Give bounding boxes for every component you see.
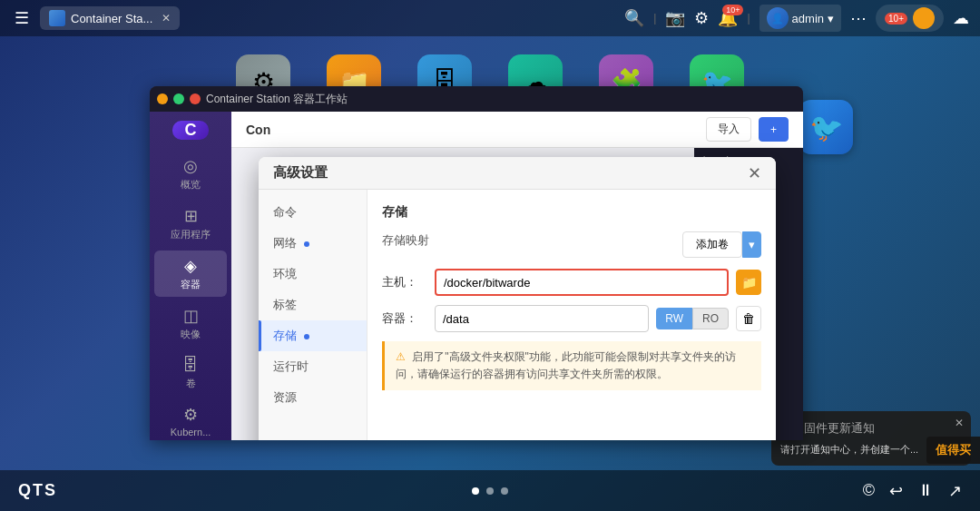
advanced-dialog-body: 命令 网络 环境 标签 — [259, 190, 776, 440]
bottom-dots — [472, 487, 508, 495]
create-button[interactable]: + — [759, 117, 789, 142]
storage-section-title: 存储 — [382, 204, 761, 221]
adv-nav-environment[interactable]: 环境 — [259, 259, 367, 290]
bottom-icon-copyright[interactable]: © — [863, 481, 875, 501]
taskbar-left: ☰ Container Sta... ✕ — [11, 5, 180, 32]
tab-close-btn[interactable]: ✕ — [162, 12, 171, 25]
notification-title: 发送固件更新通知 — [780, 420, 962, 437]
camera-icon[interactable]: 📷 — [665, 8, 685, 28]
dot-2[interactable] — [486, 487, 494, 495]
sidebar-item-volumes[interactable]: 🗄 卷 — [154, 350, 227, 396]
sidebar-label-overview: 概览 — [181, 178, 201, 192]
sidebar-item-containers[interactable]: ◈ 容器 — [154, 251, 227, 297]
sidebar-item-overview[interactable]: ◎ 概览 — [154, 151, 227, 197]
search-icon[interactable]: 🔍 — [624, 8, 644, 28]
container-station-tab[interactable]: Container Sta... ✕ — [40, 6, 180, 30]
rw-ro-group: RW RO — [656, 308, 729, 329]
cs-logo-text: C — [185, 121, 197, 140]
desktop: ☰ Container Sta... ✕ 🔍 | 📷 ⚙ 🔔 10+ | 👤 a… — [0, 0, 980, 511]
avatar: 👤 — [767, 7, 789, 29]
window-minimize-btn[interactable] — [157, 93, 168, 104]
user-menu[interactable]: 👤 admin ▾ — [760, 5, 841, 32]
sidebar-label-containers: 容器 — [181, 278, 201, 291]
swift-decorative-icon: 🐦 — [799, 100, 853, 154]
container-path-row: 容器： RW RO 🗑 — [382, 305, 761, 332]
advanced-nav: 命令 网络 环境 标签 — [259, 190, 368, 440]
warning-text: 启用了"高级文件夹权限"功能，此功能可能会限制对共享文件夹的访问，请确保运行的容… — [396, 350, 736, 380]
window-close-btn[interactable] — [190, 93, 201, 104]
add-volume-label: 添加卷 — [696, 237, 729, 252]
cs-sidebar: C ◎ 概览 ⊞ 应用程序 ◈ 容器 ◫ 映像 — [150, 112, 231, 440]
advanced-dialog-header: 高级设置 ✕ — [259, 157, 776, 190]
images-icon: ◫ — [183, 306, 199, 326]
warning-icon: ⚠ — [396, 350, 406, 363]
adv-nav-runtime-label: 运行时 — [273, 359, 309, 373]
adv-nav-network[interactable]: 网络 — [259, 228, 367, 259]
more-icon[interactable]: ⋯ — [850, 8, 867, 28]
username-label: admin — [792, 12, 824, 25]
sidebar-label-kubernetes: Kubern... — [171, 427, 211, 437]
brand-text: 值得买 — [936, 443, 971, 457]
hamburger-menu[interactable]: ☰ — [11, 5, 33, 32]
adv-nav-command-label: 命令 — [273, 205, 297, 219]
chevron-down-icon: ▾ — [828, 12, 834, 25]
sidebar-label-volumes: 卷 — [186, 377, 196, 390]
notification-bell-icon[interactable]: 🔔 10+ — [718, 8, 738, 28]
sidebar-item-images[interactable]: ◫ 映像 — [154, 300, 227, 347]
advanced-dialog-close-btn[interactable]: ✕ — [748, 163, 761, 183]
timer-badge: 10+ — [885, 13, 907, 25]
notification-close-btn[interactable]: ✕ — [955, 417, 964, 429]
advanced-dialog-title: 高级设置 — [273, 164, 748, 182]
adv-nav-labels-label: 标签 — [273, 298, 297, 311]
bottom-icon-share[interactable]: ↗ — [948, 481, 962, 501]
sidebar-label-apps: 应用程序 — [171, 228, 211, 241]
cs-logo: C — [172, 121, 209, 140]
bell-badge: 10+ — [722, 5, 743, 15]
adv-nav-env-label: 环境 — [273, 267, 297, 280]
cs-main-content: Con 导入 + ing do d from e Logg 高级设置 — [231, 112, 803, 440]
dot-1[interactable] — [472, 487, 479, 495]
volumes-icon: 🗄 — [182, 356, 199, 375]
window-maximize-btn[interactable] — [173, 93, 184, 104]
bottom-icon-back[interactable]: ↩ — [889, 481, 903, 501]
network-dot-indicator — [304, 241, 309, 247]
bottom-icon-pause[interactable]: ⏸ — [917, 481, 934, 501]
container-path-input[interactable] — [435, 305, 649, 332]
advanced-settings-dialog: 高级设置 ✕ 命令 网络 — [259, 157, 776, 440]
sidebar-item-kubernetes[interactable]: ⚙ Kubern... — [154, 399, 227, 440]
rw-button[interactable]: RW — [656, 308, 692, 329]
time-widget[interactable]: 10+ — [876, 5, 944, 32]
adv-nav-resources[interactable]: 资源 — [259, 382, 367, 413]
adv-nav-runtime[interactable]: 运行时 — [259, 351, 367, 382]
sidebar-item-apps[interactable]: ⊞ 应用程序 — [154, 201, 227, 247]
cs-body: C ◎ 概览 ⊞ 应用程序 ◈ 容器 ◫ 映像 — [150, 112, 803, 440]
add-volume-btn[interactable]: 添加卷 — [682, 231, 742, 258]
adv-nav-network-label: 网络 — [273, 236, 297, 250]
adv-nav-labels[interactable]: 标签 — [259, 290, 367, 320]
tab-label: Container Sta... — [71, 12, 152, 25]
ro-button[interactable]: RO — [692, 308, 729, 329]
import-button[interactable]: 导入 — [706, 117, 751, 142]
delete-mapping-btn[interactable]: 🗑 — [736, 306, 761, 331]
storage-mapping-label: 存储映射 — [382, 232, 429, 249]
folder-browse-btn[interactable]: 📁 — [736, 270, 761, 295]
dot-3[interactable] — [501, 487, 508, 495]
host-path-input[interactable] — [435, 269, 729, 296]
host-label: 主机： — [382, 274, 427, 290]
settings-icon[interactable]: ⚙ — [694, 8, 709, 28]
adv-nav-command[interactable]: 命令 — [259, 197, 367, 228]
cloud-icon[interactable]: ☁ — [953, 8, 969, 28]
cs-header-actions: 导入 + — [706, 117, 789, 142]
page-title: Con — [246, 123, 270, 137]
taskbar-bottom: QTS © ↩ ⏸ ↗ — [0, 470, 980, 511]
containers-icon: ◈ — [184, 256, 197, 276]
adv-nav-storage[interactable]: 存储 — [259, 320, 367, 351]
cs-titlebar: Container Station 容器工作站 — [150, 86, 803, 112]
add-volume-dropdown-btn[interactable]: ▾ — [742, 231, 761, 258]
add-volume-group: 添加卷 ▾ — [682, 231, 761, 258]
overview-icon: ◎ — [183, 156, 198, 176]
cs-header: Con 导入 + — [231, 112, 803, 148]
apps-icon: ⊞ — [184, 206, 198, 226]
host-path-row: 主机： 📁 — [382, 269, 761, 296]
storage-dot-indicator — [304, 334, 309, 339]
